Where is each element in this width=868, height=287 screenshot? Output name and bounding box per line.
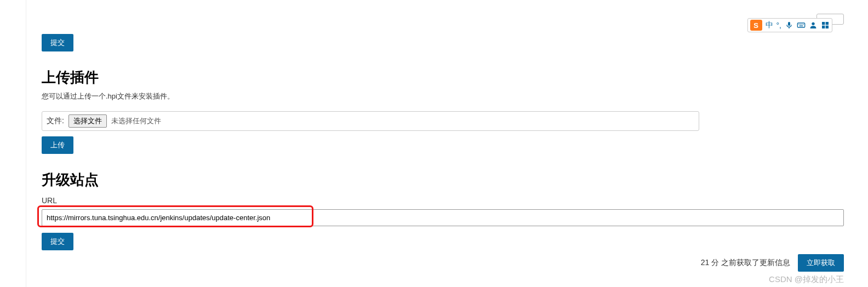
- update-site-heading: 升级站点: [42, 170, 844, 190]
- upload-button[interactable]: 上传: [42, 136, 73, 154]
- ime-lang-toggle[interactable]: 中: [766, 20, 773, 30]
- upload-plugin-desc: 您可以通过上传一个.hpi文件来安装插件。: [42, 91, 844, 101]
- url-label: URL: [42, 196, 844, 205]
- submit-button-site[interactable]: 提交: [42, 233, 73, 250]
- svg-rect-0: [797, 23, 804, 27]
- svg-rect-5: [800, 26, 803, 26]
- grid-icon[interactable]: [821, 21, 830, 30]
- ime-logo-icon[interactable]: S: [750, 20, 762, 31]
- svg-rect-3: [802, 24, 802, 25]
- choose-file-button[interactable]: 选择文件: [68, 114, 107, 128]
- file-upload-row: 文件: 选择文件 未选择任何文件: [42, 111, 699, 131]
- footer-bar: 21 分 之前获取了更新信息 立即获取: [701, 254, 844, 272]
- url-input[interactable]: [42, 209, 844, 226]
- fetch-now-button[interactable]: 立即获取: [798, 254, 844, 272]
- file-status-text: 未选择任何文件: [111, 116, 161, 126]
- upload-plugin-heading: 上传插件: [42, 68, 844, 87]
- ime-toolbar: S 中 °,: [747, 18, 833, 32]
- update-status-text: 21 分 之前获取了更新信息: [701, 258, 790, 268]
- ime-punct-icon[interactable]: °,: [776, 21, 782, 30]
- svg-rect-1: [798, 24, 799, 25]
- svg-point-6: [812, 22, 814, 25]
- svg-rect-7: [822, 22, 825, 25]
- file-label: 文件:: [47, 116, 64, 126]
- svg-rect-9: [822, 26, 825, 28]
- submit-button-top[interactable]: 提交: [42, 34, 73, 51]
- mic-icon[interactable]: [785, 21, 793, 30]
- keyboard-icon[interactable]: [797, 21, 806, 30]
- svg-rect-8: [826, 22, 829, 25]
- user-icon[interactable]: [809, 21, 818, 30]
- svg-rect-2: [800, 24, 801, 25]
- watermark-text: CSDN @掉发的小王: [769, 274, 844, 285]
- svg-rect-4: [803, 24, 803, 25]
- svg-rect-10: [826, 26, 829, 28]
